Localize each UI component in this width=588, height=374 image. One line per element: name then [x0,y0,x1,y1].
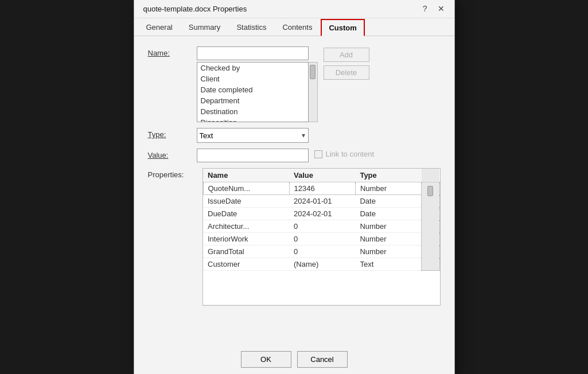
list-item[interactable]: Department [197,95,308,106]
list-item[interactable]: Client [197,73,308,84]
close-button[interactable]: ✕ [435,3,447,14]
link-label: Link to content [326,150,375,158]
link-row: Link to content [314,149,375,158]
tab-summary[interactable]: Summary [181,19,228,36]
properties-row: Properties: Name Value Type [148,168,441,306]
cell-value: 12346 [289,182,355,195]
delete-button[interactable]: Delete [324,65,369,80]
table-row[interactable]: DueDate 2024-02-01 Date [203,208,439,220]
add-button[interactable]: Add [324,48,369,62]
name-list-scrollbar[interactable] [309,62,318,122]
type-controls: Text Date Number Yes or No [197,128,441,143]
cell-value: (Name) [289,258,355,271]
value-controls: Link to content [197,149,441,162]
col-header-type: Type [355,169,421,182]
table-row[interactable]: GrandTotal 0 Number [203,246,439,258]
cell-type: Number [355,220,421,233]
dialog-title: quote-template.docx Properties [143,5,247,13]
type-select[interactable]: Text Date Number Yes or No [197,128,309,143]
cell-value: 0 [289,233,355,246]
properties-dialog: quote-template.docx Properties ? ✕ Gener… [134,0,455,374]
link-checkbox[interactable] [314,150,322,158]
name-input[interactable] [197,46,309,60]
cell-name: DueDate [203,208,289,220]
cell-value: 2024-02-01 [289,208,355,220]
type-row: Type: Text Date Number Yes or No [148,128,441,143]
title-bar: quote-template.docx Properties ? ✕ [134,0,454,18]
list-item[interactable]: Disposition [197,117,308,122]
cell-name: QuoteNum... [203,182,289,195]
name-controls: Checked by Client Date completed Departm… [197,46,441,122]
value-label: Value: [148,149,197,159]
help-button[interactable]: ? [420,3,430,14]
col-header-name: Name [203,169,289,182]
cell-name: IssueDate [203,195,289,208]
properties-table-wrapper: Name Value Type QuoteNum... 12346 Number [203,168,441,306]
cell-name: InteriorWork [203,233,289,246]
value-input[interactable] [197,149,309,162]
table-scrollbar[interactable] [422,182,439,271]
cell-type: Number [355,182,421,195]
list-item[interactable]: Date completed [197,84,308,95]
col-header-scroll [422,169,439,182]
table-row[interactable]: Customer (Name) Text [203,258,439,271]
list-item[interactable]: Destination [197,106,308,117]
dialog-footer: OK Cancel [134,343,454,374]
cell-type: Text [355,258,421,271]
col-header-value: Value [289,169,355,182]
name-list-area: Checked by Client Date completed Departm… [197,62,318,122]
cell-value: 2024-01-01 [289,195,355,208]
ok-button[interactable]: OK [241,351,291,368]
cell-type: Number [355,246,421,258]
value-row: Value: Link to content [148,149,441,162]
cell-type: Date [355,208,421,220]
table-row[interactable]: QuoteNum... 12346 Number [203,182,439,195]
cell-type: Number [355,233,421,246]
list-item[interactable]: Checked by [197,63,308,73]
type-select-wrapper: Text Date Number Yes or No [197,128,309,143]
table-row[interactable]: IssueDate 2024-01-01 Date [203,195,439,208]
properties-table-area: Name Value Type QuoteNum... 12346 Number [203,168,441,306]
properties-table: Name Value Type QuoteNum... 12346 Number [203,169,440,305]
tab-contents[interactable]: Contents [275,19,320,36]
title-controls: ? ✕ [420,3,447,14]
cell-name: Architectur... [203,220,289,233]
tab-bar: General Summary Statistics Contents Cust… [134,18,454,36]
table-empty-row [203,271,439,305]
cell-type: Date [355,195,421,208]
cell-name: Customer [203,258,289,271]
action-buttons: Add Delete [324,46,369,80]
name-list[interactable]: Checked by Client Date completed Departm… [197,62,309,122]
tab-custom[interactable]: Custom [321,19,364,36]
cell-value: 0 [289,220,355,233]
tab-general[interactable]: General [139,19,180,36]
name-row: Name: Checked by Client Date completed D… [148,46,441,122]
tab-statistics[interactable]: Statistics [229,19,274,36]
properties-label: Properties: [148,168,197,179]
type-label: Type: [148,128,197,139]
scrollbar-thumb [310,65,316,79]
dialog-content: Name: Checked by Client Date completed D… [134,36,454,343]
table-row[interactable]: InteriorWork 0 Number [203,233,439,246]
cancel-button[interactable]: Cancel [297,351,348,368]
cell-value: 0 [289,246,355,258]
name-label: Name: [148,46,197,57]
cell-name: GrandTotal [203,246,289,258]
table-row[interactable]: Architectur... 0 Number [203,220,439,233]
